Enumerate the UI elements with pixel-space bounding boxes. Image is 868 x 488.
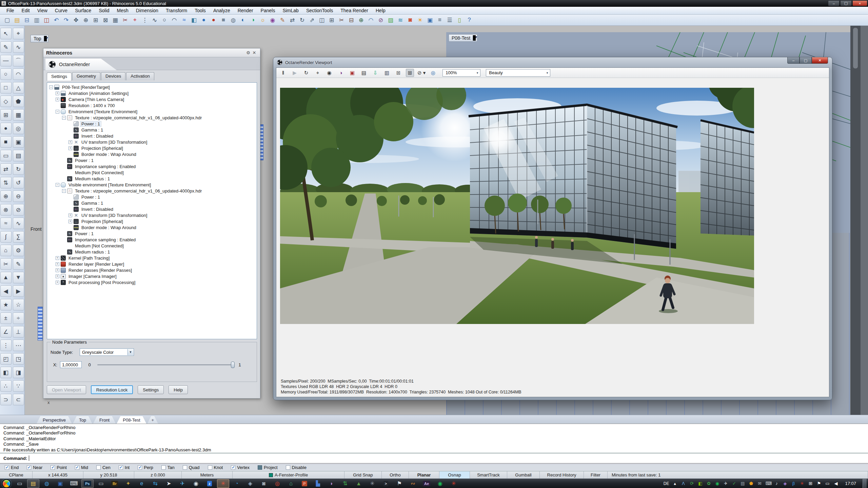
tree-item[interactable]: ∿ Medium radius : 1 xyxy=(49,176,257,182)
tree-item[interactable]: + ✕ UV transform [3D Transformation] xyxy=(49,139,257,145)
viewport-title-p08-test[interactable]: P08-Test ▼ xyxy=(449,34,477,42)
color-picker-button[interactable]: ◑ xyxy=(337,69,345,77)
tray-expand-icon[interactable]: ▴ xyxy=(672,481,677,486)
left-toolbar-icon-corner-tl[interactable]: ◰ xyxy=(0,353,12,365)
osnap-toggle-point[interactable]: ✓ Point xyxy=(51,465,67,470)
add-viewport-tab[interactable]: + xyxy=(147,416,158,424)
toolbar-icon-box-tool[interactable]: ■ xyxy=(219,16,228,24)
tray-icon-orange-tray[interactable]: ⬟ xyxy=(748,481,754,486)
viewport-tab-p08-test[interactable]: P08-Test xyxy=(117,416,146,424)
subtab-geometry[interactable]: Geometry xyxy=(72,72,100,80)
tree-item[interactable]: +− Importance sampling : Enabled xyxy=(49,163,257,169)
tree-item[interactable]: Border mode : Wrap Around xyxy=(49,151,257,157)
tree-item[interactable]: + * Post processing [Post Processing] xyxy=(49,279,257,285)
left-toolbar-icon-circle-center[interactable]: ◎ xyxy=(13,123,24,134)
osnap-toggle-near[interactable]: ✓ Near xyxy=(27,465,42,470)
language-indicator[interactable]: DE xyxy=(664,481,669,486)
checkbox-icon[interactable]: ✓ xyxy=(138,465,142,470)
left-toolbar-icon-divide[interactable]: ÷ xyxy=(13,312,24,324)
tree-item[interactable]: − Visible environment [Texture Environme… xyxy=(49,182,257,188)
toolbar-icon-erase[interactable]: ◫ xyxy=(42,16,51,24)
left-toolbar-icon-therefore[interactable]: ∴ xyxy=(0,380,12,392)
tree-expander-icon[interactable]: + xyxy=(68,220,72,223)
restart-render-button[interactable]: ↻ xyxy=(302,69,310,77)
camera-snapshot-button[interactable]: ▤ xyxy=(360,69,368,77)
save-image-button[interactable]: ⇩ xyxy=(371,69,379,77)
taskbar-icon-rhinoceros[interactable]: ✳ xyxy=(217,479,229,488)
viewport-title-top[interactable]: Top ▼ xyxy=(31,35,48,42)
menu-item-transform[interactable]: Transform xyxy=(162,7,191,14)
left-toolbar-icon-point[interactable]: ● xyxy=(0,123,12,134)
left-toolbar-icon-up[interactable]: ▲ xyxy=(0,272,12,283)
status-cell-a-fenster-profile[interactable]: A-Fenster-Profile xyxy=(233,471,344,479)
status-cell-planar[interactable]: Planar xyxy=(409,471,439,479)
tree-item[interactable]: + ▲ Imager [Camera Imager] xyxy=(49,273,257,279)
taskbar-icon-window-app[interactable]: ▭ xyxy=(95,479,107,488)
tray-icon-pen-tray[interactable]: ✈ xyxy=(723,481,728,486)
tree-item[interactable]: Resolution : 1400 x 700 xyxy=(49,102,257,108)
taskbar-icon-cursor-app[interactable]: ➤ xyxy=(163,479,175,488)
tree-item[interactable]: +− Invert : Disabled xyxy=(49,133,257,139)
taskbar-icon-pinwheel-red-app[interactable]: ✳ xyxy=(448,479,460,488)
toolbar-icon-mesh-tool[interactable]: ▨ xyxy=(386,16,395,24)
taskbar-icon-internet-explorer[interactable]: e xyxy=(136,479,148,488)
copy-image-button[interactable]: ▥ xyxy=(383,69,391,77)
osnap-toggle-disable[interactable]: Disable xyxy=(286,465,307,470)
toolbar-icon-notes[interactable]: ▯ xyxy=(455,16,464,24)
toolbar-icon-paint[interactable]: ✎ xyxy=(278,16,287,24)
left-toolbar-icon-target[interactable]: ⌖ xyxy=(13,28,24,39)
left-toolbar-icon-box-frame[interactable]: ▣ xyxy=(13,136,24,148)
status-cell-ortho[interactable]: Ortho xyxy=(382,471,409,479)
x-slider[interactable] xyxy=(97,364,235,365)
left-toolbar-icon-down[interactable]: ▼ xyxy=(13,272,24,283)
checkbox-icon[interactable] xyxy=(208,465,212,470)
resolution-lock-button[interactable]: Resolution Lock xyxy=(91,385,133,394)
toolbar-icon-zoom-dynamic[interactable]: ⊕ xyxy=(81,16,90,24)
checkbox-icon[interactable]: ✓ xyxy=(5,465,9,470)
tray-icon-cpu-temp-tray[interactable]: ✳ xyxy=(799,481,805,486)
tab-octanerender[interactable]: OctaneRender xyxy=(45,59,117,70)
toolbar-icon-cylinder-tool[interactable]: ◍ xyxy=(229,16,238,24)
tree-expander-icon[interactable]: + xyxy=(68,140,72,144)
viewport-title-front[interactable]: Front xyxy=(31,226,42,232)
split-view-button[interactable]: ⊞ xyxy=(406,69,414,77)
tree-expander-icon[interactable]: + xyxy=(56,256,59,260)
chevron-down-icon[interactable]: ▼ xyxy=(127,349,133,355)
tray-icon-network-tray[interactable]: ▭ xyxy=(825,481,830,486)
subtab-devices[interactable]: Devices xyxy=(101,72,125,80)
checkbox-icon[interactable] xyxy=(96,465,101,470)
checkbox-icon[interactable]: ✓ xyxy=(51,465,55,470)
checkbox-icon[interactable]: ✓ xyxy=(119,465,123,470)
play-button[interactable]: ▶ xyxy=(291,69,299,77)
left-toolbar-icon-half-right[interactable]: ◨ xyxy=(13,367,24,378)
tray-icon-action-center-tray[interactable]: ⚑ xyxy=(816,481,822,486)
tree-item[interactable]: Power : 1 xyxy=(49,121,257,127)
left-toolbar-icon-pen[interactable]: ✎ xyxy=(13,258,24,270)
toolbar-icon-pan[interactable]: ✥ xyxy=(72,16,80,24)
maximize-button[interactable]: ▢ xyxy=(800,57,812,64)
toolbar-icon-polyline[interactable]: ∿ xyxy=(150,16,159,24)
left-toolbar-icon-half-left[interactable]: ◧ xyxy=(0,367,12,378)
tree-item[interactable]: + Kernel [Path Tracing] xyxy=(49,255,257,261)
left-toolbar-icon-mesh[interactable]: ▦ xyxy=(13,109,24,121)
status-cell-minutes-from-last-save-1[interactable]: Minutes from last save: 1 xyxy=(608,471,868,479)
close-button[interactable]: ✕ xyxy=(812,57,828,64)
taskbar-icon-pinwheel-gray-app[interactable]: ✳ xyxy=(366,479,378,488)
app-titlebar[interactable]: R OfficePark-13-PanoAussen-test2.3dm (30… xyxy=(0,0,868,7)
taskbar-icon-soccer-app[interactable]: ◉ xyxy=(190,479,202,488)
tree-item[interactable]: Medium [Not Connected] xyxy=(49,169,257,176)
tree-item[interactable]: Power : 1 xyxy=(49,194,257,200)
menu-item-simlab[interactable]: SimLab xyxy=(279,7,302,14)
taskbar-icon-sync-green-app[interactable]: ⇅ xyxy=(339,479,351,488)
tree-item[interactable]: − ∴ Texture : vizpeople_commercial_hdr_v… xyxy=(49,188,257,194)
status-cell-gumball[interactable]: Gumball xyxy=(507,471,540,479)
tree-item[interactable]: ∿ Gamma : 1 xyxy=(49,200,257,206)
osnap-toggle-tan[interactable]: Tan xyxy=(161,465,175,470)
tree-expander-icon[interactable]: + xyxy=(56,274,59,278)
viewport-title-caret-icon[interactable]: ▼ xyxy=(473,35,476,41)
tree-expander-icon[interactable]: + xyxy=(56,98,59,101)
checkbox-icon[interactable]: ✓ xyxy=(231,465,235,470)
toolbar-icon-circle-tool[interactable]: ○ xyxy=(160,16,169,24)
material-picker-button[interactable]: ◉ xyxy=(325,69,333,77)
toolbar-icon-print[interactable]: ▥ xyxy=(32,16,41,24)
